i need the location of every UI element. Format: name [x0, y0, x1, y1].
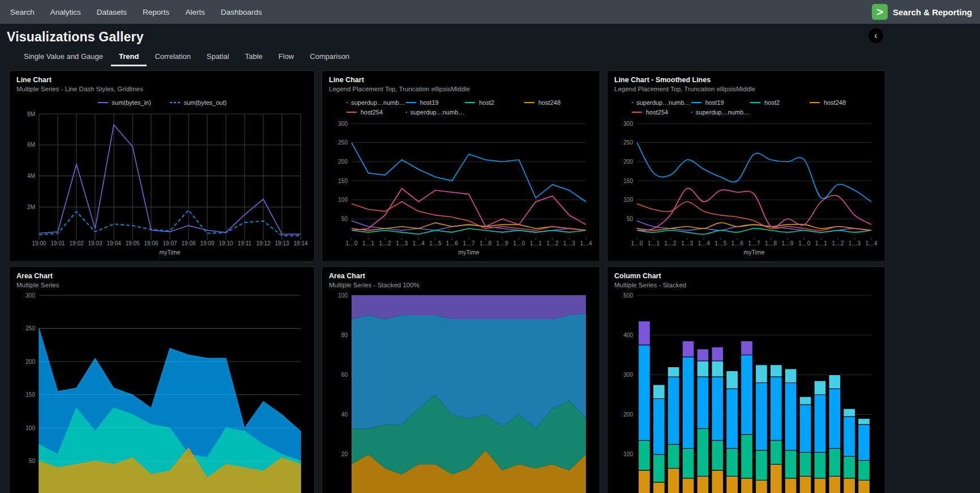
svg-text:1…6: 1…6: [731, 240, 744, 246]
chart-legend: sum(bytes_in)sum(bytes_out): [16, 99, 307, 106]
svg-text:6M: 6M: [27, 142, 35, 148]
legend-swatch-icon: [809, 101, 820, 104]
app-brand[interactable]: > Search & Reporting: [872, 4, 972, 20]
svg-text:19:07: 19:07: [162, 240, 177, 246]
svg-text:300: 300: [623, 372, 633, 378]
legend-item[interactable]: host254: [346, 109, 405, 116]
legend-swatch-icon: [405, 110, 407, 114]
legend-label: superdup…numb…: [351, 99, 405, 106]
svg-text:300: 300: [623, 121, 633, 127]
legend-item[interactable]: sum(bytes_in): [97, 99, 151, 106]
svg-text:100: 100: [623, 197, 633, 203]
svg-text:19:13: 19:13: [275, 240, 289, 246]
legend-item[interactable]: host248: [524, 99, 583, 106]
svg-text:2M: 2M: [27, 204, 35, 210]
svg-text:150: 150: [623, 178, 633, 184]
legend-swatch-icon: [524, 101, 535, 104]
svg-text:myTime: myTime: [459, 249, 480, 256]
nav-item-analytics[interactable]: Analytics: [42, 1, 89, 24]
svg-text:1…2: 1…2: [546, 240, 559, 246]
panel-title: Area Chart: [16, 272, 307, 280]
column-chart-canvas[interactable]: 100200300400500: [614, 291, 878, 493]
legend-item[interactable]: sum(bytes_out): [169, 99, 227, 106]
panel-line-chart-legend-top: Line Chart Legend Placement Top, Truncat…: [322, 70, 600, 262]
svg-text:myTime: myTime: [160, 249, 181, 256]
splunk-logo: >: [872, 4, 888, 20]
legend-label: host248: [824, 99, 846, 106]
tab-comparison[interactable]: Comparison: [302, 50, 357, 66]
svg-text:100: 100: [338, 292, 348, 299]
svg-text:20: 20: [341, 451, 348, 457]
panel-title: Line Chart: [16, 76, 307, 84]
collapse-panel-button[interactable]: ‹: [868, 28, 883, 43]
legend-item[interactable]: superdup…numb…: [405, 109, 465, 116]
nav-item-datasets[interactable]: Datasets: [89, 1, 135, 24]
svg-text:200: 200: [623, 411, 633, 418]
svg-text:1…4: 1…4: [698, 240, 711, 246]
svg-text:19:00: 19:00: [32, 240, 46, 246]
svg-text:1…0: 1…0: [631, 240, 643, 246]
page-header: Visualizations Gallery Single Value and …: [0, 24, 980, 66]
svg-text:1…0: 1…0: [345, 240, 358, 246]
legend-item[interactable]: superdup…numb…: [346, 99, 405, 106]
legend-label: superdup…numb…: [636, 99, 690, 106]
legend-label: sum(bytes_out): [184, 99, 227, 106]
area-chart-canvas[interactable]: 50100150200250300: [16, 291, 307, 493]
svg-text:1…3: 1…3: [849, 240, 861, 246]
legend-item[interactable]: superdup…numb…: [631, 99, 691, 106]
line-chart-canvas[interactable]: 501001502002503001…01…11…21…31…41…51…61……: [614, 119, 878, 256]
legend-item[interactable]: host2: [750, 99, 809, 106]
svg-text:40: 40: [341, 411, 348, 418]
svg-text:1…1: 1…1: [648, 240, 660, 246]
svg-text:80: 80: [341, 332, 348, 338]
panel-subtitle: Legend Placement Top, Truncation ellipsi…: [329, 86, 593, 92]
legend-item[interactable]: host19: [405, 99, 465, 106]
tab-table[interactable]: Table: [237, 50, 271, 66]
svg-text:1…8: 1…8: [765, 240, 777, 246]
tab-single-value-and-gauge[interactable]: Single Value and Gauge: [16, 50, 111, 66]
line-chart-canvas[interactable]: 2M4M6M8M19:0019:0119:0219:0319:0419:0519…: [16, 109, 307, 256]
svg-text:1…5: 1…5: [429, 240, 442, 246]
svg-text:1…6: 1…6: [446, 240, 459, 246]
svg-text:1…9: 1…9: [497, 240, 509, 246]
legend-swatch-icon: [346, 110, 357, 114]
legend-item[interactable]: host2: [464, 99, 524, 106]
legend-swatch-icon: [169, 101, 181, 104]
panel-area-chart-multi-series: Area Chart Multiple Series 5010015020025…: [9, 266, 315, 493]
area-chart-canvas[interactable]: 20406080100: [329, 291, 593, 493]
page-title: Visualizations Gallery: [7, 29, 980, 45]
legend-item[interactable]: host19: [691, 99, 750, 106]
legend-item[interactable]: host254: [631, 109, 691, 116]
svg-text:150: 150: [338, 178, 348, 184]
nav-item-dashboards[interactable]: Dashboards: [213, 1, 270, 24]
svg-text:150: 150: [25, 392, 35, 398]
svg-text:1…2: 1…2: [832, 240, 844, 246]
svg-text:250: 250: [25, 325, 35, 332]
tab-flow[interactable]: Flow: [271, 50, 302, 66]
svg-text:19:14: 19:14: [293, 240, 307, 246]
tab-spatial[interactable]: Spatial: [199, 50, 237, 66]
app: Search Analytics Datasets Reports Alerts…: [0, 0, 980, 493]
line-chart-canvas[interactable]: 501001502002503001…01…11…21…31…41…51…61……: [329, 119, 593, 256]
nav-item-search[interactable]: Search: [2, 1, 42, 24]
legend-item[interactable]: superdup…numb…: [691, 109, 750, 116]
tab-trend[interactable]: Trend: [111, 50, 147, 66]
legend-item[interactable]: host248: [809, 99, 868, 106]
legend-swatch-icon: [346, 101, 348, 104]
svg-text:1…5: 1…5: [714, 240, 727, 246]
svg-text:100: 100: [25, 425, 35, 431]
panel-title: Line Chart: [329, 76, 593, 84]
tab-correlation[interactable]: Correlation: [147, 50, 199, 66]
legend-swatch-icon: [97, 101, 109, 104]
svg-text:100: 100: [338, 197, 348, 203]
svg-text:myTime: myTime: [744, 249, 765, 256]
svg-text:50: 50: [29, 458, 36, 464]
legend-swatch-icon: [464, 101, 476, 104]
nav-item-alerts[interactable]: Alerts: [177, 1, 213, 24]
nav-item-reports[interactable]: Reports: [135, 1, 177, 24]
panel-column-chart-stacked: Column Chart Multiple Series - Stacked 1…: [607, 266, 885, 493]
tab-bar: Single Value and Gauge Trend Correlation…: [16, 50, 980, 66]
panel-title: Area Chart: [329, 272, 593, 280]
svg-text:1…7: 1…7: [748, 240, 760, 246]
logo-arrow-icon: >: [876, 6, 883, 18]
